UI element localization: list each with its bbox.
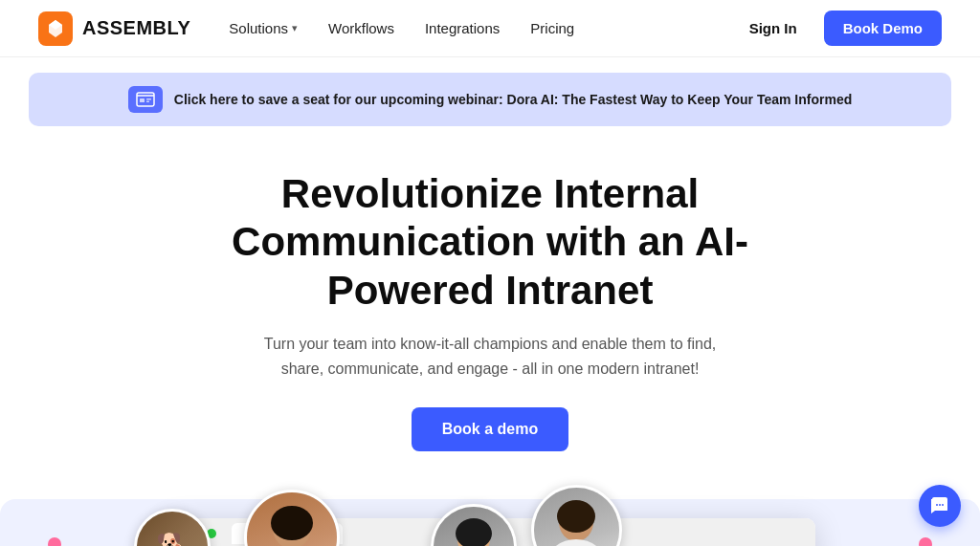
svg-point-9 xyxy=(456,518,492,546)
nav-actions: Sign In Book Demo xyxy=(734,11,942,46)
svg-rect-0 xyxy=(137,93,154,106)
banner-icon xyxy=(128,86,163,113)
svg-point-14 xyxy=(939,504,941,506)
svg-point-6 xyxy=(271,506,313,540)
webinar-banner[interactable]: Click here to save a seat for our upcomi… xyxy=(29,73,951,126)
navbar: ASSEMBLY Solutions ▾ Workflows Integrati… xyxy=(0,0,980,57)
logo-link[interactable]: ASSEMBLY xyxy=(38,11,190,46)
chevron-down-icon: ▾ xyxy=(292,22,298,34)
avatar-woman2 xyxy=(431,504,517,546)
hero-title: Revolutionize Internal Communication wit… xyxy=(193,170,787,315)
product-preview: 🐕 xyxy=(0,499,980,546)
hero-subtitle: Turn your team into know-it-all champion… xyxy=(251,332,729,381)
book-demo-hero-button[interactable]: Book a demo xyxy=(412,407,568,451)
nav-solutions[interactable]: Solutions ▾ xyxy=(229,20,298,36)
nav-integrations[interactable]: Integrations xyxy=(425,20,500,36)
svg-point-13 xyxy=(936,504,938,506)
svg-point-15 xyxy=(942,504,944,506)
svg-point-12 xyxy=(557,500,595,533)
decorative-dot-left xyxy=(48,537,61,546)
svg-point-11 xyxy=(547,539,605,546)
avatar-dog: 🐕 xyxy=(134,509,211,546)
signin-button[interactable]: Sign In xyxy=(734,12,813,44)
decorative-dot-right xyxy=(919,537,932,546)
nav-pricing[interactable]: Pricing xyxy=(530,20,574,36)
svg-rect-2 xyxy=(146,98,151,100)
banner-text: Click here to save a seat for our upcomi… xyxy=(174,92,852,107)
book-demo-nav-button[interactable]: Book Demo xyxy=(824,11,942,46)
nav-links: Solutions ▾ Workflows Integrations Prici… xyxy=(229,20,733,36)
hero-section: Revolutionize Internal Communication wit… xyxy=(0,142,980,499)
chat-widget-button[interactable] xyxy=(919,485,961,527)
nav-workflows[interactable]: Workflows xyxy=(328,20,394,36)
logo-icon xyxy=(38,11,73,46)
brand-name: ASSEMBLY xyxy=(82,17,190,39)
svg-rect-1 xyxy=(140,98,145,102)
svg-rect-3 xyxy=(146,101,149,103)
